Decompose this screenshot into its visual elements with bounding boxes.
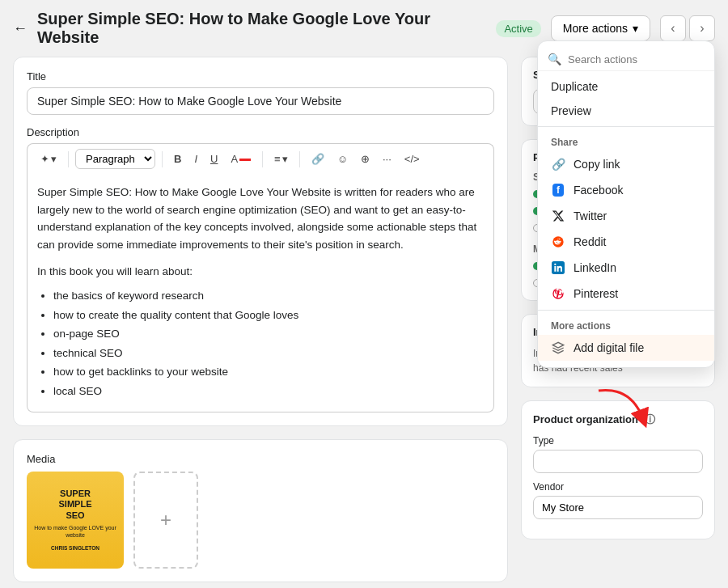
back-button[interactable]: ←	[13, 20, 28, 37]
share-icon-copy link: 🔗	[551, 157, 565, 171]
book-title-line3: SEO	[66, 510, 84, 521]
vendor-label: Vendor	[533, 481, 703, 493]
book-title-line2: SIMPLE	[59, 499, 92, 510]
share-icon-facebook: f	[551, 183, 565, 197]
dropdown-share-item[interactable]: Reddit	[538, 229, 714, 255]
description-list-item: the basics of keyword research	[53, 287, 484, 305]
media-thumbnail[interactable]: SUPER SIMPLE SEO How to make Google LOVE…	[27, 472, 124, 569]
emoji-btn[interactable]: ☺	[332, 150, 353, 168]
align-chevron: ▾	[282, 153, 288, 165]
text-color-btn[interactable]: A	[226, 150, 256, 168]
share-icon-reddit	[551, 235, 565, 249]
prev-button[interactable]: ‹	[660, 15, 686, 41]
dropdown-top-items: DuplicatePreview	[538, 74, 714, 123]
code-btn[interactable]: </>	[400, 150, 425, 168]
vendor-input[interactable]	[533, 496, 703, 519]
editor-toolbar: ✦ ▾ Paragraph B I U A	[27, 143, 494, 174]
more-actions-label: More actions	[563, 22, 628, 35]
title-input[interactable]	[27, 87, 494, 115]
search-actions-input[interactable]	[568, 53, 705, 66]
media-card: Media SUPER SIMPLE SEO How to make Googl…	[13, 439, 508, 582]
more-options-btn[interactable]: ···	[378, 150, 396, 168]
share-icon-pinterest	[551, 286, 565, 301]
description-list-item: on-page SEO	[53, 325, 484, 343]
divider-2	[162, 151, 163, 167]
link-btn[interactable]: 🔗	[307, 150, 329, 168]
page-title: Super Simple SEO: How to Make Google Lov…	[37, 10, 486, 47]
dropdown-share-item[interactable]: fFacebook	[538, 177, 714, 203]
dropdown-item[interactable]: Duplicate	[538, 74, 714, 99]
dropdown-share-item[interactable]: LinkedIn	[538, 255, 714, 281]
dropdown-search: 🔍	[538, 48, 714, 71]
dropdown-share-item[interactable]: 🔗Copy link	[538, 151, 714, 177]
align-icon: ≡	[274, 153, 281, 165]
share-item-label: Reddit	[574, 235, 606, 248]
align-btn[interactable]: ≡ ▾	[269, 150, 293, 168]
chevron-down-icon: ▾	[633, 22, 638, 35]
title-label: Title	[27, 70, 494, 82]
divider-1	[68, 151, 69, 167]
description-list: the basics of keyword researchhow to cre…	[37, 287, 484, 400]
share-icon-linkedin	[551, 260, 565, 275]
dropdown-share-item[interactable]: Pinterest	[538, 281, 714, 307]
more-actions-section-label: More actions	[538, 314, 714, 335]
dropdown-share-items: 🔗Copy linkfFacebookTwitterRedditLinkedIn…	[538, 151, 714, 307]
divider-3	[262, 151, 263, 167]
next-button[interactable]: ›	[689, 15, 715, 41]
book-author: CHRIS SINGLETON	[51, 545, 99, 551]
description-paragraph-1: Super Simple SEO: How to Make Google Lov…	[37, 184, 484, 253]
style-btn[interactable]: ✦ ▾	[36, 150, 61, 168]
share-section-label: Share	[538, 130, 714, 151]
book-cover: SUPER SIMPLE SEO How to make Google LOVE…	[27, 472, 124, 569]
divider-4	[299, 151, 300, 167]
share-item-label: Twitter	[574, 209, 607, 222]
more-actions-button[interactable]: More actions ▾	[551, 15, 650, 41]
share-item-label: Copy link	[574, 158, 620, 171]
italic-btn[interactable]: I	[189, 150, 202, 168]
bold-btn[interactable]: B	[169, 150, 186, 168]
description-list-item: local SEO	[53, 383, 484, 400]
share-icon-twitter	[551, 209, 565, 223]
search-icon: 🔍	[548, 53, 561, 66]
editor-area[interactable]: Super Simple SEO: How to Make Google Lov…	[27, 174, 494, 412]
dropdown-item[interactable]: Preview	[538, 99, 714, 123]
type-field: Type	[533, 435, 703, 473]
more-btn[interactable]: ⊕	[356, 150, 375, 168]
dropdown-more-items: Add digital file	[538, 335, 714, 361]
book-subtitle: How to make Google LOVE your website	[33, 524, 117, 539]
text-color-label: A	[231, 153, 238, 165]
vendor-field: Vendor	[533, 481, 703, 519]
add-digital-file-label: Add digital file	[574, 341, 644, 354]
dropdown-share-item[interactable]: Twitter	[538, 203, 714, 229]
style-chevron: ▾	[51, 153, 57, 165]
media-grid: SUPER SIMPLE SEO How to make Google LOVE…	[27, 472, 494, 569]
left-panel: Title Description ✦ ▾ Paragraph B I	[13, 57, 508, 582]
dropdown-divider-1	[538, 126, 714, 127]
content-card: Title Description ✦ ▾ Paragraph B I	[13, 57, 508, 426]
arrow-annotation	[590, 383, 655, 434]
add-media-button[interactable]: +	[133, 472, 198, 569]
description-paragraph-2: In this book you will learn about:	[37, 263, 484, 281]
status-badge: Active	[496, 20, 540, 37]
dropdown-more-item[interactable]: Add digital file	[538, 335, 714, 361]
media-label: Media	[27, 453, 494, 465]
share-item-label: LinkedIn	[574, 261, 616, 274]
description-list-item: how to create the quality content that G…	[53, 307, 484, 324]
share-item-label: Pinterest	[574, 287, 618, 300]
description-list-item: how to get backlinks to your website	[53, 363, 484, 381]
description-list-item: technical SEO	[53, 345, 484, 362]
dropdown-divider-2	[538, 310, 714, 311]
type-input[interactable]	[533, 450, 703, 473]
add-digital-file-icon	[551, 341, 565, 355]
underline-btn[interactable]: U	[205, 150, 222, 168]
style-icon: ✦	[40, 153, 49, 165]
svg-marker-3	[552, 342, 563, 348]
book-title-line1: SUPER	[60, 489, 91, 499]
page-wrapper: ← Super Simple SEO: How to Make Google L…	[0, 0, 728, 588]
share-item-label: Facebook	[574, 184, 623, 197]
back-icon: ←	[13, 20, 28, 37]
more-actions-dropdown: 🔍 DuplicatePreview Share 🔗Copy linkfFace…	[537, 40, 715, 368]
description-label: Description	[27, 126, 494, 138]
paragraph-select[interactable]: Paragraph	[75, 149, 155, 169]
nav-arrows: ‹ ›	[660, 15, 715, 41]
